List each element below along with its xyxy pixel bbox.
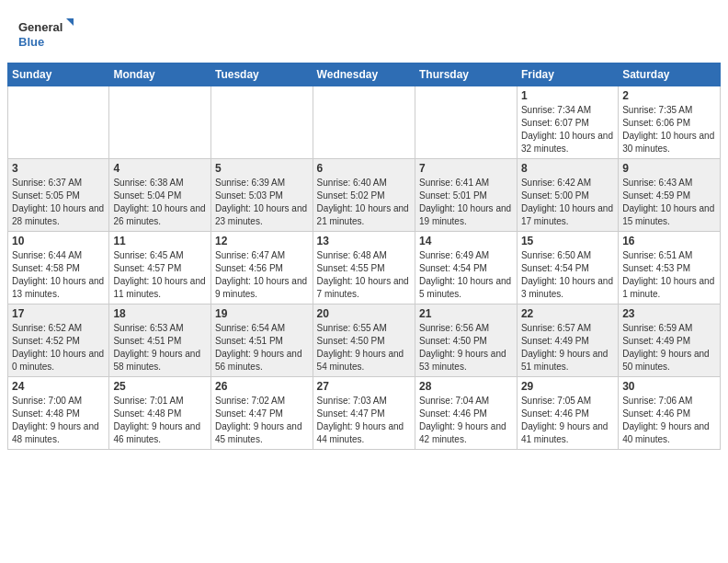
calendar-day-cell: 18Sunrise: 6:53 AM Sunset: 4:51 PM Dayli… bbox=[109, 304, 211, 377]
calendar-table: SundayMondayTuesdayWednesdayThursdayFrid… bbox=[7, 63, 721, 450]
page-header: GeneralBlue bbox=[0, 0, 728, 63]
day-number: 12 bbox=[215, 235, 309, 247]
calendar-day-cell: 16Sunrise: 6:51 AM Sunset: 4:53 PM Dayli… bbox=[619, 232, 721, 304]
day-number: 15 bbox=[521, 235, 614, 247]
weekday-header-sunday: Sunday bbox=[8, 63, 109, 86]
day-number: 2 bbox=[622, 89, 716, 102]
day-info: Sunrise: 6:56 AM Sunset: 4:50 PM Dayligh… bbox=[419, 322, 513, 373]
day-info: Sunrise: 6:37 AM Sunset: 5:05 PM Dayligh… bbox=[12, 177, 105, 228]
day-number: 25 bbox=[113, 380, 207, 393]
weekday-header-thursday: Thursday bbox=[415, 63, 518, 86]
day-info: Sunrise: 6:52 AM Sunset: 4:52 PM Dayligh… bbox=[12, 322, 105, 373]
calendar-day-cell: 25Sunrise: 7:01 AM Sunset: 4:48 PM Dayli… bbox=[109, 377, 211, 450]
day-number: 26 bbox=[215, 380, 309, 393]
svg-marker-2 bbox=[66, 18, 74, 26]
calendar-week-3: 10Sunrise: 6:44 AM Sunset: 4:58 PM Dayli… bbox=[8, 232, 721, 304]
day-number: 1 bbox=[521, 89, 614, 102]
calendar-day-cell: 21Sunrise: 6:56 AM Sunset: 4:50 PM Dayli… bbox=[415, 304, 518, 377]
weekday-header-monday: Monday bbox=[109, 63, 211, 86]
calendar-day-cell bbox=[415, 86, 518, 159]
calendar-day-cell: 10Sunrise: 6:44 AM Sunset: 4:58 PM Dayli… bbox=[8, 232, 109, 304]
calendar-day-cell: 3Sunrise: 6:37 AM Sunset: 5:05 PM Daylig… bbox=[8, 159, 109, 232]
day-number: 18 bbox=[113, 307, 207, 320]
calendar-day-cell: 29Sunrise: 7:05 AM Sunset: 4:46 PM Dayli… bbox=[517, 377, 618, 450]
calendar-header-row: SundayMondayTuesdayWednesdayThursdayFrid… bbox=[8, 63, 721, 86]
day-number: 10 bbox=[12, 235, 105, 247]
calendar-body: 1Sunrise: 7:34 AM Sunset: 6:07 PM Daylig… bbox=[8, 86, 721, 450]
day-info: Sunrise: 7:03 AM Sunset: 4:47 PM Dayligh… bbox=[317, 395, 411, 446]
day-number: 19 bbox=[215, 307, 309, 320]
day-info: Sunrise: 6:49 AM Sunset: 4:54 PM Dayligh… bbox=[419, 249, 513, 301]
day-info: Sunrise: 7:06 AM Sunset: 4:46 PM Dayligh… bbox=[622, 395, 716, 446]
day-info: Sunrise: 7:35 AM Sunset: 6:06 PM Dayligh… bbox=[622, 104, 716, 155]
day-number: 27 bbox=[317, 380, 411, 393]
calendar-day-cell: 14Sunrise: 6:49 AM Sunset: 4:54 PM Dayli… bbox=[415, 232, 518, 304]
calendar-wrapper: SundayMondayTuesdayWednesdayThursdayFrid… bbox=[0, 63, 728, 457]
day-number: 8 bbox=[521, 162, 614, 175]
day-number: 7 bbox=[419, 162, 513, 175]
logo-svg: GeneralBlue bbox=[18, 17, 74, 53]
day-info: Sunrise: 6:59 AM Sunset: 4:49 PM Dayligh… bbox=[622, 322, 716, 373]
calendar-day-cell bbox=[109, 86, 211, 159]
day-info: Sunrise: 6:47 AM Sunset: 4:56 PM Dayligh… bbox=[215, 249, 309, 301]
day-info: Sunrise: 6:55 AM Sunset: 4:50 PM Dayligh… bbox=[317, 322, 411, 373]
day-info: Sunrise: 6:42 AM Sunset: 5:00 PM Dayligh… bbox=[521, 177, 614, 228]
calendar-day-cell: 23Sunrise: 6:59 AM Sunset: 4:49 PM Dayli… bbox=[619, 304, 721, 377]
day-info: Sunrise: 7:02 AM Sunset: 4:47 PM Dayligh… bbox=[215, 395, 309, 446]
day-info: Sunrise: 6:41 AM Sunset: 5:01 PM Dayligh… bbox=[419, 177, 513, 228]
calendar-day-cell: 15Sunrise: 6:50 AM Sunset: 4:54 PM Dayli… bbox=[517, 232, 618, 304]
calendar-day-cell: 17Sunrise: 6:52 AM Sunset: 4:52 PM Dayli… bbox=[8, 304, 109, 377]
calendar-day-cell: 12Sunrise: 6:47 AM Sunset: 4:56 PM Dayli… bbox=[210, 232, 313, 304]
day-number: 30 bbox=[622, 380, 716, 393]
calendar-day-cell: 6Sunrise: 6:40 AM Sunset: 5:02 PM Daylig… bbox=[313, 159, 415, 232]
calendar-day-cell: 5Sunrise: 6:39 AM Sunset: 5:03 PM Daylig… bbox=[210, 159, 313, 232]
day-number: 28 bbox=[419, 380, 513, 393]
day-number: 20 bbox=[317, 307, 411, 320]
calendar-day-cell: 22Sunrise: 6:57 AM Sunset: 4:49 PM Dayli… bbox=[517, 304, 618, 377]
calendar-day-cell: 30Sunrise: 7:06 AM Sunset: 4:46 PM Dayli… bbox=[619, 377, 721, 450]
day-number: 29 bbox=[521, 380, 614, 393]
day-number: 6 bbox=[317, 162, 411, 175]
calendar-day-cell: 19Sunrise: 6:54 AM Sunset: 4:51 PM Dayli… bbox=[210, 304, 313, 377]
day-info: Sunrise: 6:45 AM Sunset: 4:57 PM Dayligh… bbox=[113, 249, 207, 301]
day-info: Sunrise: 6:43 AM Sunset: 4:59 PM Dayligh… bbox=[622, 177, 716, 228]
calendar-day-cell: 26Sunrise: 7:02 AM Sunset: 4:47 PM Dayli… bbox=[210, 377, 313, 450]
day-info: Sunrise: 6:50 AM Sunset: 4:54 PM Dayligh… bbox=[521, 249, 614, 301]
day-number: 14 bbox=[419, 235, 513, 247]
calendar-day-cell: 24Sunrise: 7:00 AM Sunset: 4:48 PM Dayli… bbox=[8, 377, 109, 450]
weekday-header-friday: Friday bbox=[517, 63, 618, 86]
day-number: 22 bbox=[521, 307, 614, 320]
day-number: 24 bbox=[12, 380, 105, 393]
calendar-day-cell: 8Sunrise: 6:42 AM Sunset: 5:00 PM Daylig… bbox=[517, 159, 618, 232]
calendar-day-cell: 1Sunrise: 7:34 AM Sunset: 6:07 PM Daylig… bbox=[517, 86, 618, 159]
day-info: Sunrise: 7:01 AM Sunset: 4:48 PM Dayligh… bbox=[113, 395, 207, 446]
calendar-day-cell: 4Sunrise: 6:38 AM Sunset: 5:04 PM Daylig… bbox=[109, 159, 211, 232]
day-number: 11 bbox=[113, 235, 207, 247]
calendar-week-1: 1Sunrise: 7:34 AM Sunset: 6:07 PM Daylig… bbox=[8, 86, 721, 159]
weekday-header-tuesday: Tuesday bbox=[210, 63, 313, 86]
day-info: Sunrise: 7:34 AM Sunset: 6:07 PM Dayligh… bbox=[521, 104, 614, 155]
day-number: 23 bbox=[622, 307, 716, 320]
day-info: Sunrise: 6:57 AM Sunset: 4:49 PM Dayligh… bbox=[521, 322, 614, 373]
day-info: Sunrise: 6:38 AM Sunset: 5:04 PM Dayligh… bbox=[113, 177, 207, 228]
day-info: Sunrise: 6:44 AM Sunset: 4:58 PM Dayligh… bbox=[12, 249, 105, 301]
calendar-day-cell: 9Sunrise: 6:43 AM Sunset: 4:59 PM Daylig… bbox=[619, 159, 721, 232]
calendar-day-cell bbox=[210, 86, 313, 159]
calendar-day-cell: 28Sunrise: 7:04 AM Sunset: 4:46 PM Dayli… bbox=[415, 377, 518, 450]
day-info: Sunrise: 6:40 AM Sunset: 5:02 PM Dayligh… bbox=[317, 177, 411, 228]
day-number: 4 bbox=[113, 162, 207, 175]
day-info: Sunrise: 6:54 AM Sunset: 4:51 PM Dayligh… bbox=[215, 322, 309, 373]
day-info: Sunrise: 6:39 AM Sunset: 5:03 PM Dayligh… bbox=[215, 177, 309, 228]
day-number: 3 bbox=[12, 162, 105, 175]
calendar-day-cell: 27Sunrise: 7:03 AM Sunset: 4:47 PM Dayli… bbox=[313, 377, 415, 450]
weekday-header-wednesday: Wednesday bbox=[313, 63, 415, 86]
day-info: Sunrise: 6:53 AM Sunset: 4:51 PM Dayligh… bbox=[113, 322, 207, 373]
day-number: 17 bbox=[12, 307, 105, 320]
day-info: Sunrise: 6:48 AM Sunset: 4:55 PM Dayligh… bbox=[317, 249, 411, 301]
calendar-day-cell: 20Sunrise: 6:55 AM Sunset: 4:50 PM Dayli… bbox=[313, 304, 415, 377]
calendar-week-2: 3Sunrise: 6:37 AM Sunset: 5:05 PM Daylig… bbox=[8, 159, 721, 232]
calendar-day-cell bbox=[8, 86, 109, 159]
logo: GeneralBlue bbox=[18, 17, 74, 53]
calendar-day-cell bbox=[313, 86, 415, 159]
day-number: 16 bbox=[622, 235, 716, 247]
